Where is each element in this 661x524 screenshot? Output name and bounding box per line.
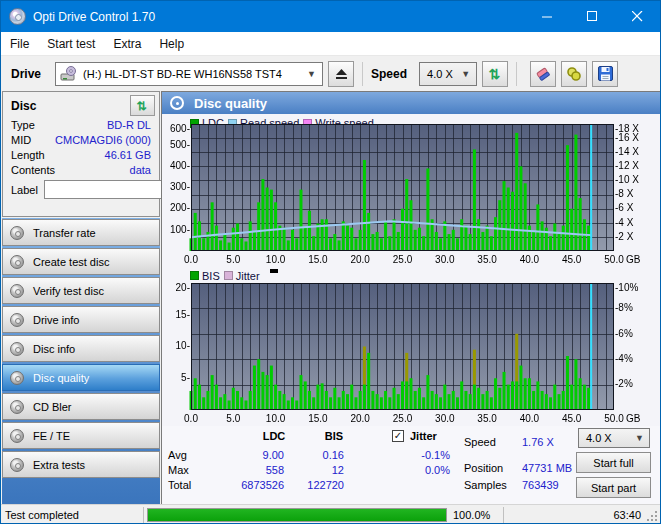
speed-label: Speed [371, 67, 407, 81]
sidebar-item-label: CD Bler [33, 401, 72, 413]
disc-icon [10, 371, 24, 385]
start-part-button[interactable]: Start part [576, 477, 651, 498]
stats-section: LDC BIS ✓ Jitter Avg 9.00 0.16 -0.1% Max… [162, 426, 661, 504]
close-button[interactable] [615, 1, 660, 32]
max-bis-value: 12 [274, 464, 344, 476]
status-text: Test completed [5, 505, 79, 524]
test-speed-select[interactable]: 4.0 X ▼ [578, 428, 650, 448]
jitter-checkbox[interactable]: ✓ [392, 430, 404, 442]
save-button[interactable] [592, 61, 618, 87]
chevron-down-icon: ▼ [635, 433, 644, 443]
sidebar-item-drive-info[interactable]: Drive info [2, 306, 160, 333]
refresh-icon: ⇄ [488, 68, 502, 80]
start-full-button[interactable]: Start full [576, 452, 651, 473]
legend-label: Jitter [236, 270, 260, 282]
refresh-icon: ⇄ [137, 100, 149, 110]
disc-icon [10, 429, 24, 443]
yellow-rings-icon [566, 66, 582, 81]
drive-label: Drive [11, 67, 41, 81]
progress-bar [147, 508, 447, 522]
samples-stat-value: 763439 [522, 479, 559, 491]
avg-bis-value: 0.16 [274, 449, 344, 461]
disc-icon [10, 284, 24, 298]
sidebar-item-label: Create test disc [33, 256, 109, 268]
close-icon [632, 11, 643, 22]
jitter-swatch [224, 271, 233, 280]
avg-jitter-value: -0.1% [380, 449, 450, 461]
disc-info-panel: Disc ⇄ Type BD-R DL MID CMCMAGDI6 (000) … [2, 91, 160, 217]
left-column: Disc ⇄ Type BD-R DL MID CMCMAGDI6 (000) … [1, 91, 161, 504]
rescan-disc-button[interactable]: ⇄ [130, 95, 155, 116]
elapsed-time: 63:40 [541, 505, 641, 524]
bis-column-header: BIS [304, 430, 364, 442]
erase-disc-button[interactable] [530, 61, 556, 87]
sidebar-nav: Transfer rate Create test disc Verify te… [2, 218, 160, 524]
menu-extra[interactable]: Extra [104, 34, 150, 54]
progress-percent: 100.0% [453, 505, 490, 524]
sidebar-item-disc-quality[interactable]: Disc quality [2, 364, 160, 391]
sidebar-item-label: Disc info [33, 343, 75, 355]
titlebar: Opti Drive Control 1.70 [1, 1, 660, 32]
position-stat-value: 47731 MB [522, 462, 572, 474]
sidebar-item-label: Transfer rate [33, 227, 96, 239]
speed-select[interactable]: 4.0 X ▼ [419, 62, 477, 86]
sidebar-item-label: FE / TE [33, 430, 70, 442]
sidebar-item-cd-bler[interactable]: CD Bler [2, 393, 160, 420]
panel-header: Disc quality [162, 92, 661, 114]
disc-contents-value: data [130, 164, 151, 176]
speed-stat-label: Speed [464, 436, 496, 448]
menu-start-test[interactable]: Start test [38, 34, 104, 54]
sidebar-item-create-test-disc[interactable]: Create test disc [2, 248, 160, 275]
resize-grip[interactable] [646, 510, 658, 522]
disc-panel-title: Disc [11, 99, 130, 113]
sidebar-item-disc-info[interactable]: Disc info [2, 335, 160, 362]
speed-stat-value: 1.76 X [522, 436, 554, 448]
samples-stat-label: Samples [464, 479, 507, 491]
ldc-chart-canvas [163, 122, 660, 268]
disc-type-row: Type BD-R DL [3, 117, 159, 132]
maximize-button[interactable] [570, 1, 615, 32]
sidebar-item-fe-te[interactable]: FE / TE [2, 422, 160, 449]
bis-chart-canvas [163, 281, 660, 427]
disc-length-row: Length 46.61 GB [3, 147, 159, 162]
total-row-label: Total [168, 479, 191, 491]
sidebar-item-extra-tests[interactable]: Extra tests [2, 451, 160, 478]
refresh-drive-button[interactable]: ⇄ [482, 61, 508, 87]
minimize-button[interactable] [525, 1, 570, 32]
disc-icon [10, 342, 24, 356]
disc-length-value: 46.61 GB [105, 149, 151, 161]
app-disc-icon [9, 8, 26, 25]
statusbar: Test completed 100.0% 63:40 [1, 504, 660, 524]
tools-button[interactable] [561, 61, 587, 87]
chevron-down-icon: ▼ [461, 69, 470, 79]
bis-swatch [190, 271, 199, 280]
eject-icon [335, 68, 348, 80]
menu-file[interactable]: File [1, 34, 38, 54]
sidebar-item-transfer-rate[interactable]: Transfer rate [2, 219, 160, 246]
sidebar-item-verify-test-disc[interactable]: Verify test disc [2, 277, 160, 304]
disc-contents-row: Contents data [3, 162, 159, 177]
eraser-icon [535, 67, 551, 81]
disc-type-value: BD-R DL [107, 119, 151, 131]
disc-type-label: Type [11, 119, 35, 131]
menu-help[interactable]: Help [150, 34, 193, 54]
drive-value: (H:) HL-DT-ST BD-RE WH16NS58 TST4 [83, 68, 282, 80]
maximize-icon [587, 11, 598, 22]
eject-button[interactable] [328, 61, 354, 87]
disc-icon [10, 458, 24, 472]
test-speed-value: 4.0 X [586, 432, 612, 444]
layer-break-marker [270, 269, 278, 273]
drive-disc-icon [60, 66, 78, 82]
legend-label: BIS [202, 270, 220, 282]
progress-fill [148, 509, 446, 521]
chevron-down-icon: ▼ [307, 69, 316, 79]
sidebar-item-label: Drive info [33, 314, 79, 326]
drive-select[interactable]: (H:) HL-DT-ST BD-RE WH16NS58 TST4 ▼ [55, 62, 323, 86]
panel-title: Disc quality [194, 96, 267, 111]
toolbar-separator [516, 62, 517, 86]
toolbar-separator [362, 62, 363, 86]
disc-label-row: Label [3, 177, 159, 200]
disc-icon [170, 96, 184, 110]
ldc-column-header: LDC [244, 430, 304, 442]
max-jitter-value: 0.0% [380, 464, 450, 476]
